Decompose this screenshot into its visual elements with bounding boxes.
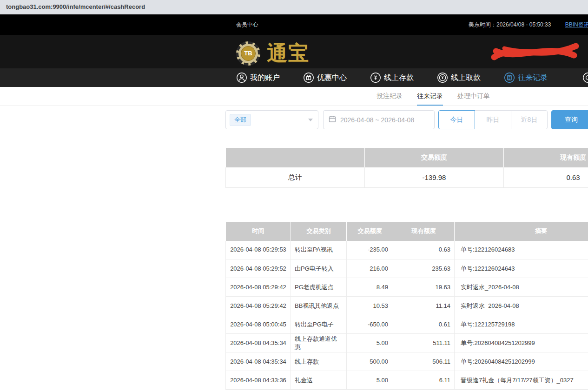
record-amount: 5.00	[347, 334, 393, 352]
nav-item-promotions[interactable]: 优惠中心	[303, 72, 347, 83]
record-amount: 500.00	[347, 352, 393, 371]
date-range-input[interactable]: 2026-04-08 ~ 2026-04-08	[323, 110, 435, 129]
date-range-value: 2026-04-08 ~ 2026-04-08	[340, 116, 414, 124]
logo-wordmark: 通宝	[267, 40, 310, 67]
calendar-icon	[329, 115, 336, 124]
nav-item-label: 我的账户	[250, 73, 280, 83]
nav-item-label: 往来记录	[518, 73, 548, 83]
record-type: 线上存款	[291, 352, 347, 371]
subnav-processing-orders[interactable]: 处理中订单	[457, 87, 490, 106]
record-summary: 实时返水_2026-04-08	[455, 297, 588, 315]
records-header-type: 交易类别	[291, 222, 347, 241]
gift-icon	[303, 72, 314, 83]
summary-total-row: 总计 -139.98 0.63	[226, 167, 588, 187]
summary-balance-total: 0.63	[504, 167, 588, 187]
logo-chip-text: TB	[241, 46, 256, 61]
records-table: 时间 交易类别 交易额度 现有额度 摘要 2026-04-08 05:29:53…	[225, 222, 588, 390]
content-area: 全部 2026-04-08 ~ 2026-04-08 今日 昨日 近8日 查询	[225, 106, 588, 390]
today-button[interactable]: 今日	[438, 110, 475, 129]
subnav-transaction-records[interactable]: 往来记录	[417, 87, 443, 106]
eastern-time-label: 美东时间：2026/04/08 - 05:50:33	[469, 21, 551, 28]
records-header-row: 时间 交易类别 交易额度 现有额度 摘要	[226, 222, 588, 241]
record-type: 礼金送	[291, 371, 347, 390]
nav-item-withdraw[interactable]: 线上取款	[437, 72, 481, 83]
logo-chip-icon: TB	[236, 41, 260, 66]
table-row: 2026-04-08 04:35:34 线上存款通道优惠 5.00 511.11…	[226, 334, 588, 352]
table-row: 2026-04-08 05:29:52 由PG电子转入 216.00 235.6…	[226, 259, 588, 278]
nav-item-records[interactable]: 往来记录	[504, 72, 548, 83]
topbar-right: 美东时间：2026/04/08 - 05:50:33 BBIN资讯	[469, 14, 588, 35]
nav-item-label: 线上存款	[384, 73, 414, 83]
record-balance: 0.61	[393, 315, 455, 334]
record-summary: 单号:202604084251202999	[455, 334, 588, 352]
nav-item-label: 优惠中心	[317, 73, 347, 83]
table-row: 2026-04-08 05:29:42 BB视讯其他返点 10.53 11.14…	[226, 297, 588, 315]
record-amount: -650.00	[347, 315, 393, 334]
nav-extra-icon	[582, 72, 588, 83]
record-summary: 单号:122126024643	[455, 259, 588, 278]
record-icon	[504, 72, 515, 83]
record-time: 2026-04-08 05:29:42	[226, 278, 291, 297]
type-select[interactable]: 全部	[225, 110, 318, 129]
record-type: 转出至PA视讯	[291, 241, 347, 259]
records-header-time: 时间	[226, 222, 291, 241]
user-icon	[236, 72, 247, 83]
table-row: 2026-04-08 04:35:34 线上存款 500.00 506.11 单…	[226, 352, 588, 371]
yesterday-button[interactable]: 昨日	[475, 110, 511, 129]
table-row: 2026-04-08 05:29:42 PG老虎机返点 8.49 19.63 实…	[226, 278, 588, 297]
chevron-down-icon	[308, 119, 313, 121]
table-row: 2026-04-08 05:29:53 转出至PA视讯 -235.00 0.63…	[226, 241, 588, 259]
withdraw-icon	[437, 72, 448, 83]
record-summary: 单号:122125729198	[455, 315, 588, 334]
record-amount: 8.49	[347, 278, 393, 297]
type-select-value: 全部	[230, 114, 251, 126]
quick-date-buttons: 今日 昨日 近8日	[438, 110, 548, 129]
table-row: 2026-04-08 05:00:45 转出至PG电子 -650.00 0.61…	[226, 315, 588, 334]
site-logo[interactable]: TB 通宝	[236, 40, 310, 67]
record-time: 2026-04-08 05:00:45	[226, 315, 291, 334]
summary-header-transaction: 交易额度	[365, 148, 504, 167]
sub-nav: 投注纪录 往来记录 处理中订单	[0, 87, 588, 106]
record-type: BB视讯其他返点	[291, 297, 347, 315]
records-header-balance: 现有额度	[393, 222, 455, 241]
record-balance: 235.63	[393, 259, 455, 278]
filter-row: 全部 2026-04-08 ~ 2026-04-08 今日 昨日 近8日 查询	[225, 110, 588, 129]
record-type: PG老虎机返点	[291, 278, 347, 297]
table-row: 2026-04-08 04:33:36 礼金送 5.00 6.11 晋级逢7礼金…	[226, 371, 588, 390]
records-header-amount: 交易额度	[347, 222, 393, 241]
url-bar[interactable]: tongbao31.com:9900/infe/mcenter/#/cashRe…	[0, 0, 588, 14]
nav-item-extra[interactable]	[582, 72, 588, 83]
records-table-body: 2026-04-08 05:29:53 转出至PA视讯 -235.00 0.63…	[226, 241, 588, 390]
record-time: 2026-04-08 05:29:42	[226, 297, 291, 315]
nav-item-my-account[interactable]: 我的账户	[236, 72, 280, 83]
nav-item-label: 线上取款	[451, 73, 481, 83]
summary-header-row: 交易额度 现有额度	[226, 148, 588, 167]
record-balance: 511.11	[393, 334, 455, 352]
record-summary: 晋级逢7礼金（每月7/17/27领工资）_0327	[455, 371, 588, 390]
site-header: TB 通宝	[0, 35, 588, 68]
summary-header-empty	[226, 148, 365, 167]
record-balance: 506.11	[393, 352, 455, 371]
main-nav: 我的账户 优惠中心 线上存款 线上取款	[0, 68, 588, 87]
record-amount: 216.00	[347, 259, 393, 278]
record-time: 2026-04-08 05:29:53	[226, 241, 291, 259]
last-8-days-button[interactable]: 近8日	[511, 110, 548, 129]
record-time: 2026-04-08 05:29:52	[226, 259, 291, 278]
record-amount: -235.00	[347, 241, 393, 259]
topbar: 会员中心 美东时间：2026/04/08 - 05:50:33 BBIN资讯	[0, 14, 588, 35]
nav-item-deposit[interactable]: 线上存款	[370, 72, 414, 83]
red-scribble-overlay	[490, 41, 580, 63]
record-time: 2026-04-08 04:35:34	[226, 334, 291, 352]
bbin-news-link[interactable]: BBIN资讯	[565, 21, 588, 28]
subnav-betting-records[interactable]: 投注纪录	[377, 87, 403, 106]
record-time: 2026-04-08 04:33:36	[226, 371, 291, 390]
record-balance: 19.63	[393, 278, 455, 297]
member-center-label[interactable]: 会员中心	[236, 14, 258, 35]
search-button[interactable]: 查询	[551, 110, 588, 129]
record-balance: 0.63	[393, 241, 455, 259]
summary-transaction-total: -139.98	[365, 167, 504, 187]
summary-header-balance: 现有额度	[504, 148, 588, 167]
record-balance: 11.14	[393, 297, 455, 315]
record-amount: 10.53	[347, 297, 393, 315]
summary-table: 交易额度 现有额度 总计 -139.98 0.63	[225, 148, 588, 188]
